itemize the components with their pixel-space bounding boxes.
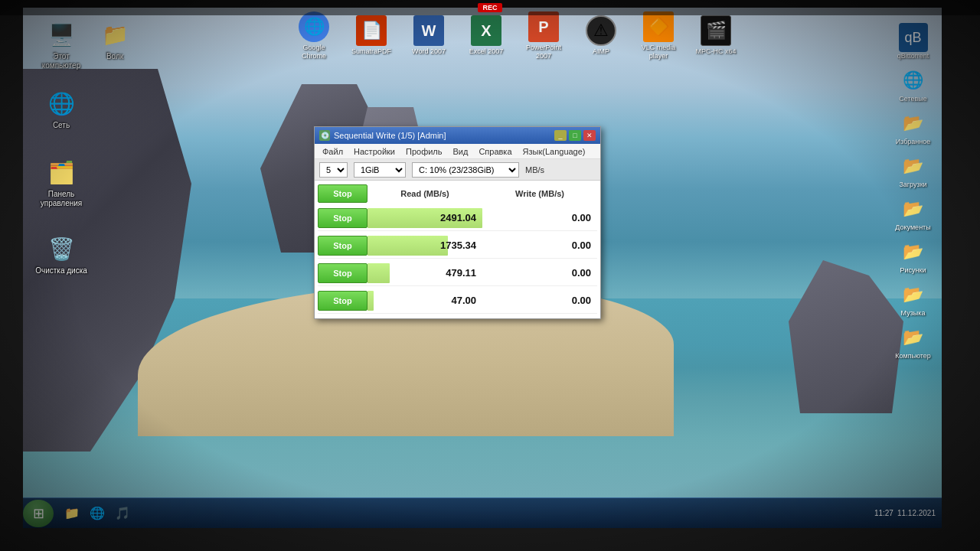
read-value-3: 479.11 [446,267,476,279]
desktop-icon-powerpoint[interactable]: P PowerPoint 2007 [521,11,567,60]
desktop-icon-folder2[interactable]: 📂 Загрузки [888,152,938,188]
start-orb-icon: ⊞ [33,505,44,522]
folder3-label: Документы [895,223,930,231]
desktop-icon-mpc[interactable]: 🎬 MPC-HC x64 [693,15,739,56]
desktop-icon-aimp[interactable]: ⚠ AIMP [578,15,624,56]
folder5-label: Музыка [901,309,926,317]
folder1-icon: 📂 [899,109,928,138]
aimp-icon: ⚠ [586,15,616,46]
excel-icon: X [471,15,501,46]
word-icon: W [413,15,444,46]
folder2-icon: 📂 [899,152,928,181]
pdf-icon: 📄 [356,15,387,46]
wolf-icon: 📁 [100,19,130,50]
cdm-window-controls: _ □ ✕ [554,130,596,141]
screen: 🖥️ Этот компьютер 📁 Волк 🌐 Сеть 🗂️ Панел… [23,8,942,528]
stop-button-3[interactable]: Stop [318,263,368,283]
taskbar-time: 11:27 [874,509,893,517]
read-bar-4 [368,291,374,311]
menu-help[interactable]: Справка [474,146,516,157]
folder1-label: Избранное [896,138,931,145]
desktop-icon-my-computer[interactable]: 🖥️ Этот компьютер [34,19,88,70]
menu-view[interactable]: Вид [448,146,472,157]
menu-settings[interactable]: Настройки [349,146,400,157]
minimize-button[interactable]: _ [554,130,567,141]
menu-file[interactable]: Файл [318,146,348,157]
taskbar-icon-explorer[interactable]: 📁 [61,503,83,524]
folder3-icon: 📂 [899,194,928,223]
read-value-2: 1735.34 [440,240,476,251]
cdm-row-3: Stop 479.11 0.00 [318,260,597,286]
folder6-icon: 📂 [899,323,928,352]
disk-cleanup-label: Очистка диска [35,266,87,276]
qbittorrent-label: qBittorrent [897,52,929,60]
my-computer-icon: 🖥️ [46,19,77,50]
desktop-icon-word[interactable]: W Word 2007 [406,15,452,56]
desktop-icon-network2[interactable]: 🌐 Сетевые [888,66,938,103]
taskbar-date: 11.12.2021 [897,509,936,517]
desktop-icon-qbittorrent[interactable]: qB qBittorrent [888,23,938,60]
desktop-icon-folder6[interactable]: 📂 Компьютер [888,323,938,360]
cdm-window: 💿 Sequential Write (1/5) [Admin] _ □ ✕ Ф… [314,126,601,319]
cdm-header-row: Stop Read (MB/s) Write (MB/s) [318,184,597,204]
cdm-toolbar: 531 1GiB512MiB C: 10% (23/238GiB) MB/s [315,159,600,181]
close-button[interactable]: ✕ [583,130,596,141]
cdm-title-left: 💿 Sequential Write (1/5) [Admin] [319,130,446,141]
desktop-icon-disk-cleanup[interactable]: 🗑️ Очистка диска [34,233,88,276]
folder6-label: Компьютер [895,352,931,360]
disk-cleanup-icon: 🗑️ [46,233,77,264]
network-icon: 🌐 [46,88,77,119]
cdm-title-text: Sequential Write (1/5) [Admin] [334,131,446,140]
desktop-icon-pdf[interactable]: 📄 SumatraPDF [348,15,394,56]
desktop-icon-folder3[interactable]: 📂 Документы [888,194,938,231]
read-cell-1: 2491.04 [368,208,482,228]
desktop-icon-network[interactable]: 🌐 Сеть [34,88,88,130]
desktop-icon-vlc[interactable]: 🔶 VLC media player [635,11,681,60]
write-cell-3: 0.00 [482,263,597,283]
recording-bar: REC [0,0,980,15]
stop-button-1[interactable]: Stop [318,208,368,228]
folder5-icon: 📂 [899,280,928,309]
taskbar-middle: 📁 🌐 🎵 [54,503,868,524]
right-icons-col: qB qBittorrent 🌐 Сетевые 📂 Избранное 📂 З… [888,23,938,360]
desktop-icon-wolf[interactable]: 📁 Волк [88,19,142,61]
read-bar-2 [368,236,448,256]
qbittorrent-icon: qB [899,23,928,52]
start-button[interactable]: ⊞ [23,500,54,527]
network2-icon: 🌐 [899,66,928,95]
cdm-row-4: Stop 47.00 0.00 [318,288,597,314]
drive-select[interactable]: C: 10% (23/238GiB) [412,162,519,178]
desktop-icon-control-panel[interactable]: 🗂️ Панель управления [34,157,88,208]
cdm-row-1: Stop 2491.04 0.00 [318,205,597,231]
col-header-write: Write (MB/s) [482,189,597,198]
desktop-icon-folder5[interactable]: 📂 Музыка [888,280,938,317]
control-panel-icon: 🗂️ [46,157,77,187]
stop-button-2[interactable]: Stop [318,236,368,256]
desktop-icon-folder4[interactable]: 📂 Рисунки [888,237,938,274]
monitor: 🖥️ Этот компьютер 📁 Волк 🌐 Сеть 🗂️ Панел… [0,0,980,551]
network2-label: Сетевые [899,95,927,103]
desktop-icon-excel[interactable]: X Excel 2007 [463,15,509,56]
top-icons-row: 🌐 Google Chrome 📄 SumatraPDF W Word 2007… [291,11,739,60]
wolf-label: Волк [106,52,123,61]
menu-profile[interactable]: Профиль [401,146,447,157]
taskbar: ⊞ 📁 🌐 🎵 11:27 11.12.2021 [23,497,942,528]
read-cell-3: 479.11 [368,263,482,283]
cdm-row-2: Stop 1735.34 0.00 [318,233,597,259]
menu-language[interactable]: Язык(Language) [518,146,590,157]
cdm-menubar: Файл Настройки Профиль Вид Справка Язык(… [315,144,600,159]
size-select[interactable]: 1GiB512MiB [354,162,406,178]
desktop-icon-chrome[interactable]: 🌐 Google Chrome [291,11,337,60]
read-bar-3 [368,263,390,283]
taskbar-icon-ie[interactable]: 🌐 [87,503,108,524]
taskbar-icon-media[interactable]: 🎵 [112,503,133,524]
unit-label: MB/s [525,165,544,174]
stop-all-button[interactable]: Stop [318,184,368,203]
count-select[interactable]: 531 [319,162,348,178]
desktop-icon-folder1[interactable]: 📂 Избранное [888,109,938,145]
powerpoint-icon: P [528,11,559,42]
taskbar-right: 11:27 11.12.2021 [868,509,942,517]
folder4-label: Рисунки [900,266,926,274]
stop-button-4[interactable]: Stop [318,291,368,311]
maximize-button[interactable]: □ [569,130,581,141]
